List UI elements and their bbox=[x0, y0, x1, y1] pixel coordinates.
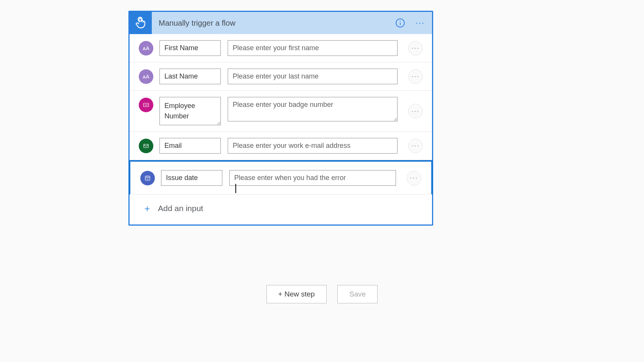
card-title: Manually trigger a flow bbox=[159, 19, 394, 28]
input-row: ᴀA ··· bbox=[130, 62, 432, 91]
footer-buttons: + New step Save bbox=[0, 285, 644, 303]
row-more-icon[interactable]: ··· bbox=[408, 104, 423, 118]
row-more-icon[interactable]: ··· bbox=[408, 69, 423, 84]
inputs-container: ᴀA ··· ᴀA ··· 123 Employee Number Please… bbox=[130, 34, 432, 195]
manual-trigger-icon bbox=[130, 12, 152, 34]
number-type-icon: 123 bbox=[139, 98, 153, 112]
input-desc-field[interactable]: Please enter your badge number bbox=[228, 97, 398, 121]
input-name-field[interactable] bbox=[159, 138, 221, 154]
more-icon[interactable]: ··· bbox=[414, 16, 427, 29]
input-name-field[interactable]: Employee Number bbox=[159, 97, 221, 125]
svg-rect-6 bbox=[144, 144, 148, 148]
input-row: ··· bbox=[130, 132, 432, 160]
input-desc-field[interactable] bbox=[228, 69, 398, 84]
add-input-button[interactable]: ＋ Add an input bbox=[130, 194, 432, 224]
email-type-icon bbox=[139, 139, 153, 153]
input-name-field[interactable] bbox=[159, 40, 221, 56]
row-more-icon[interactable]: ··· bbox=[407, 171, 421, 185]
text-type-icon: ᴀA bbox=[139, 41, 153, 56]
card-header[interactable]: Manually trigger a flow ··· bbox=[130, 12, 432, 34]
add-input-label: Add an input bbox=[158, 204, 203, 213]
svg-text:123: 123 bbox=[145, 104, 148, 106]
info-icon[interactable] bbox=[394, 16, 407, 29]
plus-icon: ＋ bbox=[143, 202, 152, 215]
input-name-field[interactable] bbox=[159, 69, 221, 84]
input-name-field[interactable] bbox=[161, 170, 222, 186]
row-more-icon[interactable]: ··· bbox=[408, 41, 423, 56]
text-type-icon: ᴀA bbox=[139, 69, 153, 84]
trigger-card: Manually trigger a flow ··· ᴀA ··· ᴀA ··… bbox=[128, 11, 433, 226]
input-desc-field[interactable] bbox=[229, 170, 396, 186]
input-row: 123 Employee Number Please enter your ba… bbox=[130, 91, 432, 132]
svg-text:31: 31 bbox=[146, 178, 149, 180]
input-row: ᴀA ··· bbox=[130, 34, 432, 62]
date-type-icon: 31 bbox=[140, 171, 155, 185]
row-more-icon[interactable]: ··· bbox=[408, 139, 423, 153]
input-row-selected: 31 ··· bbox=[129, 160, 433, 195]
new-step-button[interactable]: + New step bbox=[266, 285, 327, 303]
save-button[interactable]: Save bbox=[337, 285, 378, 303]
svg-point-3 bbox=[400, 21, 401, 21]
input-desc-field[interactable] bbox=[228, 138, 398, 154]
input-desc-field[interactable] bbox=[228, 40, 398, 56]
